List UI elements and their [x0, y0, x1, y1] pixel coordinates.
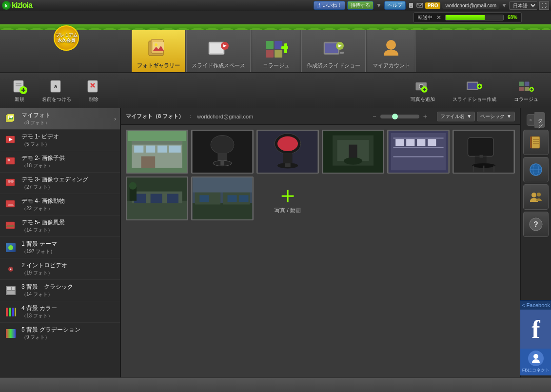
photo-thumb-1[interactable] — [126, 130, 188, 174]
language-selector[interactable]: 日本語 — [509, 1, 537, 10]
svg-point-153 — [533, 354, 538, 359]
photo-gallery-icon — [146, 36, 171, 60]
dropdown-arrow-invite: ▼ — [376, 2, 382, 9]
add-photo-plus-button[interactable]: ＋ 写真 / 動画 — [256, 176, 319, 220]
tab-my-account-label: マイアカウント — [373, 62, 410, 69]
completed-slideshow-icon — [321, 36, 346, 60]
tag-tab[interactable]: タグ — [534, 112, 545, 128]
svg-rect-87 — [169, 146, 181, 153]
rename-button[interactable]: a 名前をつける — [36, 76, 77, 105]
transfer-title: 転送中 — [418, 14, 433, 21]
logo-icon: k — [2, 1, 11, 10]
right-panel-buttons: ＜ タグ — [521, 110, 551, 239]
sidebar-item-bg2[interactable]: 2 イントロビデオ （19 フォト） — [0, 258, 120, 280]
svg-rect-73 — [7, 287, 11, 290]
transfer-content: 転送中 ✕ 68% — [413, 12, 522, 23]
sidebar-item-bg1[interactable]: 1 背景 テーマ （197 フォト） — [0, 237, 120, 258]
sidebar-item-demo5[interactable]: デモ 5- 画像風景 （14 フォト） — [0, 216, 120, 237]
bg1-name: 1 背景 テーマ — [21, 240, 116, 248]
help-panel-button[interactable]: ? — [523, 212, 549, 237]
view-mode-dropdown[interactable]: ベーシック ▼ — [477, 112, 515, 121]
delete-button[interactable]: 削除 — [79, 76, 108, 105]
svg-rect-124 — [127, 201, 187, 219]
collage-toolbar-button[interactable]: コラージュ — [506, 76, 546, 105]
photo-thumb-6[interactable] — [453, 130, 515, 174]
invite-button[interactable]: 招待する — [347, 1, 374, 10]
tab-photo-gallery[interactable]: フォトギャラリー — [132, 26, 185, 72]
sidebar-item-my-photos[interactable]: マイフォト （8 フォト） › — [0, 108, 120, 130]
svg-rect-20 — [325, 43, 338, 53]
photo-thumb-5[interactable] — [387, 130, 450, 174]
sidebar-item-bg5[interactable]: 5 背景 グラデーション （9 フォト） — [0, 323, 120, 344]
delete-label: 削除 — [89, 96, 98, 103]
photo-thumb-4[interactable] — [322, 130, 384, 174]
add-photo-plus-label: 写真 / 動画 — [275, 207, 300, 214]
bg5-name: 5 背景 グラデーション — [21, 326, 116, 334]
nav-tabs: フォトギャラリー スライド作成スペース — [0, 24, 551, 73]
delete-icon — [86, 78, 101, 94]
my-photos-count: （8 フォト） — [21, 119, 110, 126]
demo2-icon — [4, 155, 18, 169]
add-photo-button[interactable]: 写真を追加 — [403, 76, 443, 105]
zoom-out-button[interactable]: － — [371, 113, 378, 120]
facebook-like-button[interactable]: f いいね！ — [314, 1, 345, 10]
demo4-count: （22 フォト） — [21, 205, 116, 212]
svg-point-57 — [9, 116, 11, 118]
zoom-slider[interactable] — [380, 115, 419, 118]
svg-text:?: ? — [533, 220, 538, 229]
photo-thumb-3[interactable] — [256, 130, 319, 174]
photo-thumb-2[interactable] — [191, 130, 254, 174]
top-right-controls: f いいね！ 招待する ▼ ヘルプ PRO worldchord@gmail.c… — [314, 1, 549, 10]
photos-grid: ＋ 写真 / 動画 — [121, 125, 520, 377]
photo-thumb-7[interactable] — [126, 176, 188, 220]
facebook-connect-label: FBにコネクト — [522, 367, 550, 373]
svg-point-150 — [537, 193, 541, 196]
svg-rect-118 — [479, 155, 483, 158]
grass-decoration — [0, 24, 551, 30]
facebook-logo: f — [520, 310, 551, 349]
transfer-close-button[interactable]: ✕ — [436, 14, 441, 21]
svg-rect-79 — [15, 308, 16, 316]
svg-rect-94 — [220, 161, 224, 166]
tab-my-account[interactable]: マイアカウント — [367, 26, 415, 72]
zoom-in-button[interactable]: ＋ — [421, 113, 429, 120]
tab-slide-creation[interactable]: スライド作成スペース — [186, 26, 251, 72]
bg4-name: 4 背景 カラー — [21, 304, 116, 313]
fullscreen-button[interactable]: ⛶ — [539, 1, 549, 10]
facebook-connect-button[interactable]: FBにコネクト — [520, 349, 551, 375]
gallery-header: マイフォト（8 フォト） ： worldchord@gmail.com － ＋ … — [121, 108, 520, 125]
svg-rect-18 — [281, 46, 288, 49]
sort-by-filename-dropdown[interactable]: ファイル名 ▼ — [437, 112, 475, 121]
zoom-thumb[interactable] — [392, 114, 398, 119]
photo-thumb-8[interactable] — [191, 176, 254, 220]
bg2-icon — [4, 262, 18, 276]
sidebar-item-demo2[interactable]: デモ 2- 画像子供 （18 フォト） — [0, 151, 120, 173]
right-panel: ＜ タグ — [520, 108, 551, 377]
my-account-icon — [379, 36, 403, 60]
help-button[interactable]: ヘルプ — [384, 1, 406, 10]
svg-rect-128 — [167, 194, 178, 203]
user-email: worldchord@gmail.com — [442, 2, 499, 9]
collage-toolbar-icon — [518, 78, 534, 94]
slideshow-button[interactable]: スライドショー作成 — [445, 76, 504, 105]
svg-rect-47 — [525, 81, 530, 86]
sidebar-item-demo4[interactable]: デモ 4- 画像動物 （22 フォト） — [0, 194, 120, 216]
sidebar-item-demo1[interactable]: デモ 1- ビデオ （5 フォト） — [0, 130, 120, 151]
facebook-panel-header: < Facebook — [520, 300, 551, 310]
tab-collage[interactable]: コラージュ — [252, 26, 300, 72]
new-button[interactable]: 新規 — [5, 76, 34, 105]
slideshow-icon — [467, 78, 482, 94]
demo4-name: デモ 4- 画像動物 — [21, 197, 116, 205]
globe-button[interactable] — [523, 157, 549, 182]
sidebar-item-bg3[interactable]: 3 背景 クラシック （14 フォト） — [0, 280, 120, 301]
album-button[interactable] — [523, 130, 549, 155]
toolbar-right: 写真を追加 スライドショー作成 — [403, 76, 546, 105]
people-button[interactable] — [523, 184, 549, 210]
expand-tag-button[interactable]: ＜ — [527, 114, 534, 126]
svg-rect-3 — [410, 6, 412, 7]
tab-completed-slideshow[interactable]: 作成済スライドショー — [301, 26, 366, 72]
slideshow-label: スライドショー作成 — [453, 96, 496, 103]
user-dropdown-arrow[interactable]: ▼ — [501, 2, 507, 9]
sidebar-item-demo3[interactable]: デモ 3- 画像ウエディング （27 フォト） — [0, 173, 120, 194]
sidebar-item-bg4[interactable]: 4 背景 カラー （13 フォト） — [0, 301, 120, 323]
